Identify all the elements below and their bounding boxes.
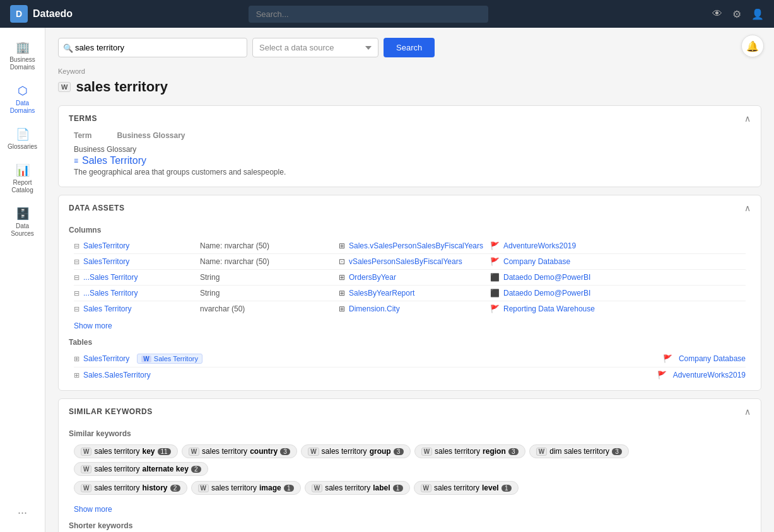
similar-keywords-chips-row2: W sales territory history 2 W sales terr… xyxy=(69,481,751,500)
table-grid-icon-0: ⊞ xyxy=(74,355,79,363)
logo[interactable]: D Dataedo xyxy=(10,5,136,23)
table-name-0[interactable]: SalesTerritory xyxy=(83,354,129,363)
chip-level[interactable]: W sales territory level 1 xyxy=(414,481,519,495)
table-source-0[interactable]: Company Database xyxy=(679,354,746,363)
term-business-glossary: Business Glossary xyxy=(74,145,746,154)
chip-w-icon-7: W xyxy=(81,484,91,492)
chip-w-icon-3: W xyxy=(308,448,319,456)
column-icon-0: ⊟ xyxy=(74,242,79,250)
chip-image[interactable]: W sales territory image 1 xyxy=(191,481,301,495)
search-icon: 🔍 xyxy=(63,43,73,52)
datasource-select[interactable]: Select a data source xyxy=(252,38,378,57)
similar-keywords-chevron-icon: ∧ xyxy=(744,407,751,417)
chip-w-icon: W xyxy=(81,448,91,456)
column-source-2[interactable]: Dataedo Demo@PowerBI xyxy=(503,273,590,282)
table-name-1[interactable]: Sales.SalesTerritory xyxy=(83,371,151,379)
chip-group[interactable]: W sales territory group 3 xyxy=(301,444,410,458)
table-row-0: ⊞ SalesTerritory W Sales Territory 🚩 Com… xyxy=(69,350,751,367)
term-link[interactable]: Sales Territory xyxy=(82,155,146,166)
column-detail-2: String xyxy=(200,273,339,282)
data-assets-section-body: Columns ⊟SalesTerritory Name: nvarchar (… xyxy=(59,226,761,390)
keyword-title: W sales territory xyxy=(58,79,761,95)
column-row-2: ⊟...Sales Territory String ⊞OrdersByYear… xyxy=(69,270,751,285)
source-icon-0: 🚩 xyxy=(490,241,500,250)
column-name-4[interactable]: Sales Territory xyxy=(83,304,131,313)
glossaries-icon: 📄 xyxy=(16,127,30,141)
column-icon-4: ⊟ xyxy=(74,305,79,313)
eye-icon[interactable]: 👁 xyxy=(712,8,722,20)
source-icon-3: ⬛ xyxy=(490,289,500,298)
data-assets-chevron-icon: ∧ xyxy=(744,203,751,213)
sidebar-item-data-sources-label: Data Sources xyxy=(5,223,40,238)
column-detail-1: Name: nvarchar (50) xyxy=(200,257,339,266)
sidebar-item-business-domains-label: Business Domains xyxy=(5,56,40,71)
column-name-3[interactable]: ...Sales Territory xyxy=(83,289,138,298)
gear-icon[interactable]: ⚙ xyxy=(732,8,741,20)
chip-label[interactable]: W sales territory label 1 xyxy=(305,481,410,495)
term-col-header-glossary: Business Glossary xyxy=(117,131,185,140)
chip-alternate-key[interactable]: W sales territory alternate key 2 xyxy=(74,462,208,476)
column-source-1[interactable]: Company Database xyxy=(503,257,570,266)
term-icon: ≡ xyxy=(74,156,78,165)
user-icon[interactable]: 👤 xyxy=(751,8,764,20)
global-search-input[interactable] xyxy=(249,6,488,23)
sidebar-item-data-sources[interactable]: 🗄️ Data Sources xyxy=(3,202,43,243)
table-icon-1: ⊡ xyxy=(339,257,345,266)
chip-history[interactable]: W sales territory history 2 xyxy=(74,481,187,495)
table-icon-3: ⊞ xyxy=(339,289,345,298)
column-row-3: ⊟...Sales Territory String ⊞SalesByYearR… xyxy=(69,286,751,301)
column-row-4: ⊟Sales Territory nvarchar (50) ⊞Dimensio… xyxy=(69,301,751,316)
chip-w-icon-2: W xyxy=(189,448,199,456)
table-source-icon-0: 🚩 xyxy=(663,354,672,363)
column-table-1[interactable]: vSalesPersonSalesByFiscalYears xyxy=(349,257,462,266)
business-domains-icon: 🏢 xyxy=(16,40,30,54)
search-button[interactable]: Search xyxy=(384,38,435,57)
column-table-3[interactable]: SalesByYearReport xyxy=(349,289,414,298)
column-row-0: ⊟SalesTerritory Name: nvarchar (50) ⊞Sal… xyxy=(69,238,751,253)
source-icon-4: 🚩 xyxy=(490,304,500,313)
global-search-wrap xyxy=(249,6,488,23)
sidebar-item-glossaries-label: Glossaries xyxy=(8,143,37,151)
notification-bell-button[interactable]: 🔔 xyxy=(741,35,764,57)
chip-region[interactable]: W sales territory region 3 xyxy=(414,444,525,458)
column-name-1[interactable]: SalesTerritory xyxy=(83,257,129,266)
column-table-2[interactable]: OrdersByYear xyxy=(349,273,396,282)
sidebar-item-glossaries[interactable]: 📄 Glossaries xyxy=(3,122,43,156)
chip-country[interactable]: W sales territory country 3 xyxy=(182,444,298,458)
logo-icon: D xyxy=(10,5,28,23)
bell-wrap: 🔔 xyxy=(741,35,764,57)
show-more-columns[interactable]: Show more xyxy=(69,319,117,333)
sidebar-item-business-domains[interactable]: 🏢 Business Domains xyxy=(3,35,43,76)
column-source-3[interactable]: Dataedo Demo@PowerBI xyxy=(503,289,590,298)
chip-key[interactable]: W sales territory key 11 xyxy=(74,444,178,458)
sidebar-item-report-catalog[interactable]: 📊 Report Catalog xyxy=(3,158,43,199)
search-input[interactable] xyxy=(58,38,247,57)
chip-dim[interactable]: W dim sales territory 3 xyxy=(529,444,629,458)
table-tag-0: W Sales Territory xyxy=(137,354,202,364)
sidebar-item-data-domains[interactable]: ⬡ Data Domains xyxy=(3,79,43,120)
tables-label: Tables xyxy=(69,338,751,347)
similar-keywords-section: SIMILAR KEYWORDS ∧ Similar keywords W sa… xyxy=(58,398,761,532)
column-detail-4: nvarchar (50) xyxy=(200,304,339,313)
terms-section-title: TERMS xyxy=(69,114,97,123)
data-assets-section-header[interactable]: DATA ASSETS ∧ xyxy=(59,195,761,221)
similar-keywords-chips: W sales territory key 11 W sales territo… xyxy=(69,442,751,481)
similar-keywords-header[interactable]: SIMILAR KEYWORDS ∧ xyxy=(59,399,761,424)
data-assets-section: DATA ASSETS ∧ Columns ⊟SalesTerritory Na… xyxy=(58,195,761,391)
column-name-0[interactable]: SalesTerritory xyxy=(83,241,129,250)
chip-w-icon-9: W xyxy=(312,484,322,492)
table-icon-4: ⊞ xyxy=(339,304,345,313)
table-row-1: ⊞ Sales.SalesTerritory 🚩 AdventureWorks2… xyxy=(69,367,751,383)
terms-section-header[interactable]: TERMS ∧ xyxy=(59,106,761,131)
sidebar-item-data-domains-label: Data Domains xyxy=(5,100,40,115)
column-source-4[interactable]: Reporting Data Warehouse xyxy=(503,304,595,313)
table-source-1[interactable]: AdventureWorks2019 xyxy=(673,371,746,379)
column-table-4[interactable]: Dimension.City xyxy=(349,304,400,313)
sidebar-more-button[interactable]: ··· xyxy=(13,501,32,524)
column-source-0[interactable]: AdventureWorks2019 xyxy=(503,241,576,250)
terms-section: TERMS ∧ Term Business Glossary Business … xyxy=(58,105,761,187)
logo-text: Dataedo xyxy=(33,8,73,20)
show-more-similar[interactable]: Show more xyxy=(69,502,117,516)
column-table-0[interactable]: Sales.vSalesPersonSalesByFiscalYears xyxy=(349,241,483,250)
column-name-2[interactable]: ...Sales Territory xyxy=(83,273,138,282)
